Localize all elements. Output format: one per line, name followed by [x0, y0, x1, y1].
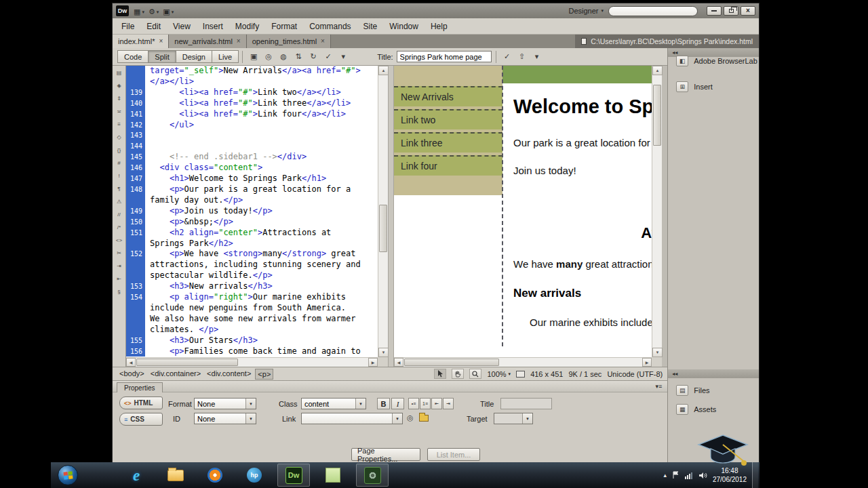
tag-selector-item[interactable]: <div.container> — [149, 369, 203, 380]
panel-files[interactable]: ▤Files — [668, 382, 759, 399]
code-line[interactable]: We also have some new arrivals from warm… — [126, 314, 378, 325]
extend-manage-icon-group[interactable]: ⚙▾ — [149, 7, 159, 16]
id-select[interactable]: None ▼ — [194, 413, 256, 424]
remove-comment-icon[interactable]: /* — [114, 222, 125, 232]
class-select[interactable]: content ▼ — [301, 398, 366, 409]
code-line[interactable]: spectacular wildlife.</p> — [126, 270, 378, 281]
scroll-left-arrow[interactable]: ◀ — [394, 358, 403, 367]
page-paragraph[interactable]: We have many great attractions, includin… — [513, 258, 652, 270]
scroll-right-arrow[interactable]: ▶ — [368, 358, 378, 367]
panel-group-collapse[interactable]: ◂◂ — [668, 369, 759, 378]
tag-selector-item[interactable]: <div.content> — [205, 369, 253, 380]
ordered-list-icon[interactable]: 1≡ — [420, 398, 431, 409]
code-line[interactable]: 151 <h2 align="center">Attractions at — [126, 228, 378, 239]
pane-splitter[interactable] — [388, 66, 394, 367]
start-button[interactable] — [58, 465, 78, 485]
taskbar-screen-recorder[interactable] — [356, 464, 389, 487]
tag-selector-item[interactable]: <body> — [117, 369, 146, 380]
scrollbar-thumb[interactable] — [653, 85, 661, 146]
indent-code-icon[interactable]: ⇥ — [114, 260, 125, 271]
scroll-left-arrow[interactable]: ◀ — [126, 358, 136, 367]
scrollbar-thumb[interactable] — [404, 359, 499, 366]
expand-all-icon[interactable]: ≡ — [114, 119, 125, 129]
balance-braces-icon[interactable]: {} — [114, 144, 125, 155]
line-numbers-icon[interactable]: # — [114, 157, 125, 168]
action-center-flag-icon[interactable] — [672, 471, 679, 479]
browser-preview-icon[interactable]: ◍ — [277, 50, 290, 63]
code-line[interactable]: 154 <p align="right">Our marine exhibits — [126, 292, 378, 303]
code-line[interactable]: Springs Park</h2> — [126, 239, 378, 249]
wrap-tag-icon[interactable]: <> — [114, 235, 125, 245]
code-line[interactable]: include new penguins from South America. — [126, 303, 378, 314]
code-line[interactable]: 143 — [126, 130, 378, 141]
html-mode-button[interactable]: <> HTML — [119, 396, 163, 409]
refresh-icon[interactable]: ↻ — [307, 50, 320, 63]
restore-button[interactable] — [724, 6, 738, 16]
code-line[interactable]: 152 <p>We have <strong>many</strong> gre… — [126, 249, 378, 260]
collapse-selection-icon[interactable]: ≍ — [114, 106, 125, 117]
code-line[interactable]: climates. </p> — [126, 325, 378, 336]
scroll-down-arrow[interactable]: ▼ — [378, 348, 389, 357]
rendered-page[interactable]: New ArrivalsLink twoLink threeLink four … — [394, 66, 652, 357]
inspect-icon[interactable]: ◎ — [262, 50, 275, 63]
page-subheading[interactable]: Attractions at Springs Park — [513, 224, 652, 242]
close-tab-icon[interactable]: × — [321, 38, 325, 45]
select-parent-tag-icon[interactable]: ◇ — [114, 131, 125, 142]
view-code-button[interactable]: Code — [117, 50, 149, 63]
recent-snippets-icon[interactable]: ✂ — [114, 247, 125, 258]
browse-folder-icon[interactable] — [419, 415, 429, 422]
code-line[interactable]: 139 <li><a href="#">Link two</a></li> — [126, 87, 378, 98]
page-paragraph[interactable]: Join us today! — [513, 165, 576, 176]
file-management-icon[interactable]: ⇅ — [292, 50, 305, 63]
menu-file[interactable]: File — [115, 18, 140, 35]
code-line[interactable]: 148 <p>Our park is a great location for … — [126, 184, 378, 195]
page-paragraph[interactable]: Our park is a great location for a famil… — [513, 137, 652, 148]
window-size-value[interactable]: 416 x 451 — [530, 370, 563, 378]
page-paragraph[interactable]: Our marine exhibits include new penguins… — [530, 317, 652, 328]
scrollbar-thumb[interactable] — [136, 359, 238, 366]
menu-help[interactable]: Help — [425, 18, 454, 35]
document-title-input[interactable] — [397, 51, 492, 62]
close-tab-icon[interactable]: × — [159, 38, 163, 45]
close-button[interactable]: × — [741, 6, 755, 16]
link-input[interactable]: ▼ — [301, 413, 403, 424]
view-options-icon[interactable]: ▾ — [530, 50, 544, 63]
menu-window[interactable]: Window — [383, 18, 425, 35]
design-view[interactable]: New ArrivalsLink twoLink threeLink four … — [394, 66, 662, 367]
menu-insert[interactable]: Insert — [197, 18, 229, 35]
code-line[interactable]: family day out.</p> — [126, 195, 378, 206]
code-editor[interactable]: target="_self">New Arrivals</a><a href="… — [126, 66, 378, 357]
scroll-down-arrow[interactable]: ▼ — [652, 348, 663, 357]
code-line[interactable]: 142 </ul> — [126, 120, 378, 131]
show-hidden-icons[interactable]: ▴ — [663, 472, 667, 479]
scroll-right-arrow[interactable]: ▶ — [642, 358, 652, 367]
code-line[interactable]: 153 <h3>New arrivals</h3> — [126, 281, 378, 292]
code-horizontal-scrollbar[interactable]: ◀ ▶ — [126, 357, 378, 367]
taskbar-dreamweaver[interactable]: Dw — [277, 464, 310, 487]
page-heading[interactable]: Welcome to Springs Park — [513, 96, 652, 118]
workspace-switcher[interactable]: Designer ▾ — [568, 7, 604, 15]
close-tab-icon[interactable]: × — [237, 38, 241, 45]
minimize-button[interactable] — [707, 6, 722, 16]
code-line[interactable]: 146 <div class="content"> — [126, 163, 378, 174]
open-documents-icon[interactable]: ▤ — [114, 67, 125, 78]
scroll-up-arrow[interactable]: ▲ — [378, 66, 389, 75]
zoom-tool-button[interactable] — [469, 369, 481, 379]
tab-index-html-[interactable]: index.html*× — [113, 35, 169, 48]
site-icon-group[interactable]: ▣▾ — [163, 7, 174, 16]
unordered-list-icon[interactable]: •≡ — [408, 398, 419, 409]
code-line[interactable]: 141 <li><a href="#">Link four</a></li> — [126, 109, 378, 120]
css-mode-button[interactable]: ≡ CSS — [119, 413, 163, 426]
menu-edit[interactable]: Edit — [140, 18, 167, 35]
syntax-error-alerts-icon[interactable]: ⚠ — [114, 196, 125, 207]
w3c-validation-icon[interactable]: ✓ — [321, 50, 335, 63]
code-navigator-icon[interactable]: ◈ — [114, 80, 125, 91]
layout-switcher-icon-group[interactable]: ▦▾ — [134, 7, 144, 16]
taskbar-internet-explorer[interactable]: e — [120, 464, 153, 487]
view-live-button[interactable]: Live — [212, 50, 239, 63]
menu-commands[interactable]: Commands — [303, 18, 357, 35]
code-view[interactable]: target="_self">New Arrivals</a><a href="… — [126, 66, 388, 367]
hand-tool-button[interactable] — [452, 369, 464, 379]
dreamweaver-logo[interactable]: Dw — [116, 5, 129, 16]
tag-selector-item[interactable]: <p> — [255, 369, 273, 380]
